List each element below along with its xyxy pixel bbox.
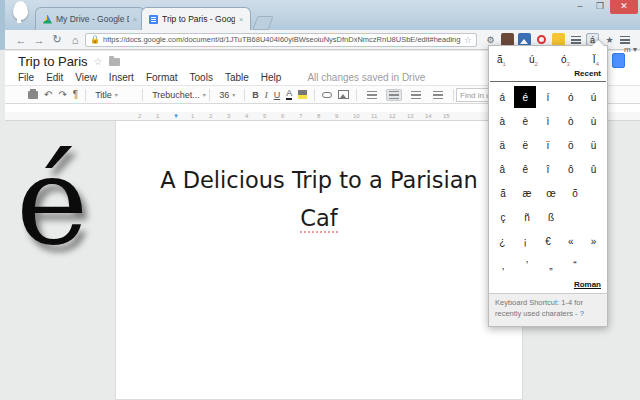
address-bar[interactable]: 🔒 https://docs.google.com/document/d/1JT… [85,33,477,47]
document-page[interactable]: A Delicious Trip to a Parisian Caf [115,121,523,400]
tab-close-icon[interactable]: × [239,16,243,23]
redo-button[interactable]: ↷ [58,89,66,100]
char-cell-€[interactable]: € [537,230,559,252]
char-cell-»[interactable]: » [583,230,605,252]
heading-line2[interactable]: Caf [116,199,522,237]
char-cell-ì[interactable]: ì [537,110,559,132]
menu-edit[interactable]: Edit [46,72,63,83]
italic-button[interactable]: I [265,90,268,100]
char-cell-¿[interactable]: ¿ [492,230,514,252]
justify-button[interactable] [430,89,446,101]
undo-button[interactable]: ↶ [44,89,52,100]
char-cell-„[interactable]: „ [540,254,563,276]
print-button[interactable] [28,91,38,99]
font-size-dropdown[interactable]: 36 [217,90,237,100]
char-cell-õ[interactable]: õ [564,182,587,204]
account-text[interactable]: m ▾ [624,45,637,54]
char-cell-“[interactable]: “ [564,254,587,276]
close-button[interactable]: ✕ [610,0,638,14]
char-cell-ó[interactable]: ó [560,86,582,108]
paint-format-button[interactable]: ¶ [73,89,78,100]
menu-tools[interactable]: Tools [190,72,213,83]
hamburger-icon [620,36,630,44]
char-cell-ù[interactable]: ù [583,110,605,132]
char-cell-í[interactable]: í [537,86,559,108]
heading-line1[interactable]: A Delicious Trip to a Parisian [116,161,522,199]
char-cell-à[interactable]: à [492,110,514,132]
menu-view[interactable]: View [75,72,97,83]
recent-char-1[interactable]: ã1 [497,54,506,67]
char-cell-ä[interactable]: ä [492,134,514,156]
ruler-number: 11 [371,113,377,119]
folder-icon[interactable] [109,58,120,66]
char-cell-œ[interactable]: œ [540,182,563,204]
home-button[interactable]: ⌂ [67,34,83,46]
bookmark-star-icon[interactable]: ☆ [464,35,472,45]
menu-format[interactable]: Format [146,72,178,83]
char-cell-ú[interactable]: ú [583,86,605,108]
paragraph-style-dropdown[interactable]: Title [93,90,135,100]
share-button[interactable] [612,53,625,68]
insert-link-button[interactable] [322,92,332,98]
char-cell-â[interactable]: â [492,158,514,180]
roman-link[interactable]: Roman [489,280,607,293]
char-cell-’[interactable]: ’ [516,254,539,276]
char-cell-è[interactable]: è [514,110,536,132]
char-cell-î[interactable]: î [537,158,559,180]
char-cell-ï[interactable]: ï [537,134,559,156]
minimize-button[interactable]: – [570,0,590,14]
highlight-button[interactable] [298,90,307,99]
char-cell-á[interactable]: á [492,86,514,108]
recent-char-2[interactable]: ú2 [529,54,538,67]
browser-tab-1[interactable]: Trip to Paris - Google Driv× [141,7,251,30]
char-cell-ô[interactable]: ô [560,158,582,180]
ruler-number: 14 [425,113,432,119]
char-cell-ñ[interactable]: ñ [516,206,539,228]
char-cell-æ[interactable]: æ [516,182,539,204]
document-title[interactable]: Trip to Paris [18,54,88,69]
document-heading[interactable]: A Delicious Trip to a Parisian Caf [116,161,522,237]
back-button[interactable]: ← [13,34,29,46]
insert-image-button[interactable] [338,90,349,99]
char-cell-ö[interactable]: ö [560,134,582,156]
tab-close-icon[interactable]: × [133,16,137,23]
url-text[interactable]: https://docs.google.com/document/d/1JTuT… [103,35,461,44]
maximize-button[interactable]: ❐ [590,0,610,14]
underline-button[interactable]: U [274,90,281,100]
reload-button[interactable]: ↻ [49,33,65,46]
char-cell-ü[interactable]: ü [583,134,605,156]
char-cell-ò[interactable]: ò [560,110,582,132]
align-left-button[interactable] [364,89,380,101]
menu-help[interactable]: Help [261,72,282,83]
menu-insert[interactable]: Insert [109,72,134,83]
char-cell-«[interactable]: « [560,230,582,252]
star-document-icon[interactable]: ☆ [94,56,103,67]
char-cell-¡[interactable]: ¡ [514,230,536,252]
padlock-icon: 🔒 [90,35,100,44]
browser-tab-0[interactable]: My Drive - Google Drive× [35,7,145,30]
recent-char-3[interactable]: ó3 [561,54,570,67]
help-link[interactable]: ? [580,309,584,318]
dragged-character[interactable]: é [16,140,88,262]
char-cell-‚[interactable]: ‚ [492,254,515,276]
char-cell-ß[interactable]: ß [540,206,563,228]
char-cell-ç[interactable]: ç [492,206,515,228]
align-center-button[interactable] [386,89,402,101]
menu-table[interactable]: Table [225,72,249,83]
char-cell-ã[interactable]: ã [492,182,515,204]
recent-char-4[interactable]: Ï4 [593,54,599,67]
menu-file[interactable]: File [18,72,34,83]
new-tab-button[interactable] [252,16,273,30]
text-color-button[interactable]: A [286,89,292,100]
char-cell-ê[interactable]: ê [514,158,536,180]
margin-marker[interactable]: ▼ [173,113,179,119]
save-status: All changes saved in Drive [307,72,425,83]
char-cell-û[interactable]: û [583,158,605,180]
bold-button[interactable]: B [252,90,259,100]
drive-favicon [43,15,52,24]
font-dropdown[interactable]: Trebuchet... [150,90,202,100]
char-cell-é[interactable]: é [514,86,536,108]
char-cell-ë[interactable]: ë [514,134,536,156]
align-right-button[interactable] [408,89,424,101]
forward-button[interactable]: → [31,34,47,46]
